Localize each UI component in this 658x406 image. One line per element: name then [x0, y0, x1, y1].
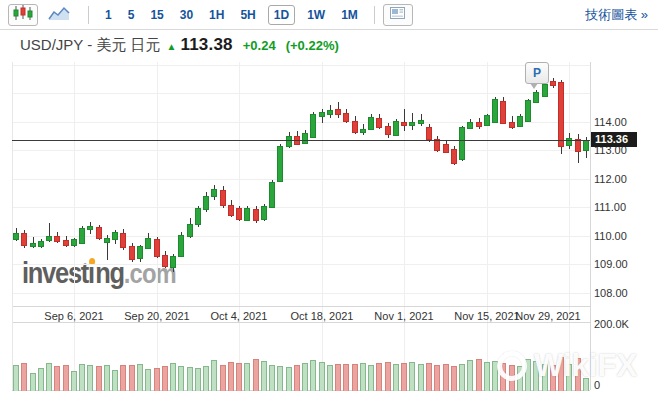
volume-bar	[335, 364, 341, 391]
interval-1m[interactable]: 1M	[341, 8, 358, 22]
interval-1min[interactable]: 1	[105, 8, 112, 22]
candlestick-chart-area[interactable]: investing.com WikiFX Sep 6, 2021Sep 20, …	[0, 0, 658, 406]
candle	[269, 182, 275, 208]
volume-bar	[393, 364, 399, 391]
interval-15min[interactable]: 15	[150, 8, 163, 22]
volume-bar	[129, 365, 135, 391]
candle	[385, 126, 391, 135]
y-axis-label: 111.00	[594, 201, 626, 213]
volume-bar	[261, 361, 267, 391]
interval-1h[interactable]: 1H	[209, 8, 224, 22]
candle	[484, 115, 490, 126]
volume-bar	[170, 363, 176, 391]
instrument-header: USD/JPY - 美元 日元 ▲ 113.38 +0.24 (+0.22%)	[0, 30, 658, 59]
interval-30min[interactable]: 30	[180, 8, 193, 22]
volume-bar	[484, 362, 490, 391]
volume-bar	[277, 366, 283, 391]
technical-chart-link[interactable]: 技術圖表 »	[585, 6, 648, 24]
volume-bar	[236, 363, 242, 391]
candle	[162, 255, 168, 267]
interval-1d-selected[interactable]: 1D	[268, 5, 295, 25]
event-marker-p[interactable]: P	[525, 62, 549, 84]
candle	[104, 238, 110, 243]
candle	[71, 239, 77, 246]
candle	[228, 205, 234, 216]
volume-bar	[178, 366, 184, 391]
last-price-line	[12, 140, 590, 141]
gridline-vertical	[239, 62, 240, 390]
candle	[30, 243, 36, 247]
candle	[178, 235, 184, 257]
volume-bar	[120, 365, 126, 391]
candle	[409, 122, 415, 126]
gridline-horizontal	[12, 93, 590, 94]
volume-bar	[54, 366, 60, 391]
volume-bar	[30, 373, 36, 391]
candle	[376, 118, 382, 128]
candle	[277, 146, 283, 182]
y-axis-label: 114.00	[594, 116, 627, 128]
gridline-horizontal	[12, 65, 590, 66]
candle	[550, 81, 556, 86]
volume-bar	[368, 365, 374, 391]
candle-wick	[404, 109, 405, 131]
volume-bar	[145, 369, 151, 391]
candlestick-view-button[interactable]	[8, 4, 38, 26]
line-chart-icon	[48, 6, 70, 24]
volume-bar	[187, 367, 193, 391]
candle	[360, 129, 366, 133]
news-events-button[interactable]	[383, 4, 413, 26]
candle	[203, 196, 209, 210]
volume-bar	[459, 364, 465, 391]
gridline-vertical	[569, 62, 570, 390]
line-chart-view-button[interactable]	[44, 4, 74, 26]
candle	[120, 233, 126, 248]
volume-bar	[195, 368, 201, 391]
candle	[129, 246, 135, 260]
volume-bar	[360, 363, 366, 391]
news-icon	[390, 7, 405, 22]
volume-bar	[294, 365, 300, 391]
interval-1w[interactable]: 1W	[307, 8, 325, 22]
volume-bar	[137, 364, 143, 391]
gridline-horizontal	[12, 207, 590, 208]
candle	[220, 190, 226, 206]
y-axis-label: 112.00	[594, 173, 627, 185]
volume-bar	[87, 365, 93, 391]
candle	[343, 113, 349, 122]
volume-bar	[434, 365, 440, 391]
volume-bar	[13, 365, 19, 391]
volume-bar	[162, 366, 168, 391]
candle	[459, 127, 465, 160]
candle	[327, 110, 333, 115]
interval-5min[interactable]: 5	[128, 8, 135, 22]
y-axis-label: 110.00	[594, 230, 627, 242]
candle	[154, 239, 160, 257]
x-axis-label: Nov 1, 2021	[364, 310, 444, 322]
interval-5h[interactable]: 5H	[240, 8, 255, 22]
volume-bar	[38, 368, 44, 391]
x-axis-label: Oct 18, 2021	[282, 310, 362, 322]
candle	[319, 112, 325, 117]
volume-bar	[244, 363, 250, 391]
candle	[96, 227, 102, 239]
volume-bar	[211, 360, 217, 391]
candle	[525, 100, 531, 122]
last-price-badge: 113.36	[591, 132, 637, 147]
volume-bar	[467, 360, 473, 391]
gridline-vertical	[74, 62, 75, 390]
volume-bar	[71, 371, 77, 391]
last-price-value: 113.38	[180, 35, 232, 55]
volume-bar	[451, 366, 457, 391]
volume-bar	[104, 365, 110, 391]
volume-bar	[79, 364, 85, 391]
gridline-horizontal	[12, 150, 590, 151]
x-axis-label: Nov 29, 2021	[508, 310, 588, 322]
volume-bar	[302, 363, 308, 391]
gridline-vertical	[487, 62, 488, 390]
volume-bar	[476, 359, 482, 391]
volume-bar	[426, 363, 432, 391]
axis-border-right	[590, 62, 591, 390]
volume-bar	[46, 363, 52, 391]
x-axis-label: Sep 20, 2021	[117, 310, 197, 322]
